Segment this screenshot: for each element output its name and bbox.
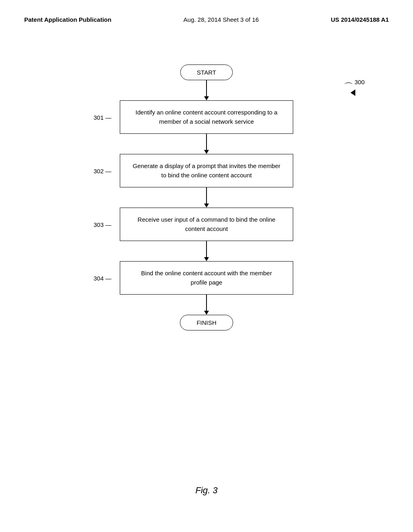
start-box: START [180,64,233,80]
flowchart-diagram: START 301 — Identify an online content a… [65,64,348,330]
arrow-4 [204,241,209,261]
step-303-label: 303 — [94,221,111,228]
diagram-number-label: 300 [355,79,365,85]
figure-label: Fig. 3 [195,485,217,496]
step-304-row: 304 — Bind the online content account wi… [86,261,327,295]
step-301-label: 301 — [94,114,111,121]
step-304-box: Bind the online content account with the… [120,261,293,295]
step-303-row: 303 — Receive user input of a command to… [86,208,327,241]
page-header: Patent Application Publication Aug. 28, … [0,0,413,23]
step-302-box: Generate a display of a prompt that invi… [120,154,293,187]
step-304-label: 304 — [94,274,111,281]
header-center-text: Aug. 28, 2014 Sheet 3 of 16 [184,16,259,23]
arrow-2 [204,134,209,154]
header-left-text: Patent Application Publication [24,16,111,23]
diagram-arrow [350,89,355,96]
step-303-box: Receive user input of a command to bind … [120,208,293,241]
step-302-row: 302 — Generate a display of a prompt tha… [86,154,327,187]
arrow-5 [204,295,209,315]
arrow-3 [204,187,209,208]
arrow-1 [204,80,209,100]
step-301-box: Identify an online content account corre… [120,100,293,134]
step-301-row: 301 — Identify an online content account… [86,100,327,134]
step-302-label: 302 — [94,167,111,174]
header-right-text: US 2014/0245188 A1 [331,16,389,23]
finish-box: FINISH [180,315,233,330]
